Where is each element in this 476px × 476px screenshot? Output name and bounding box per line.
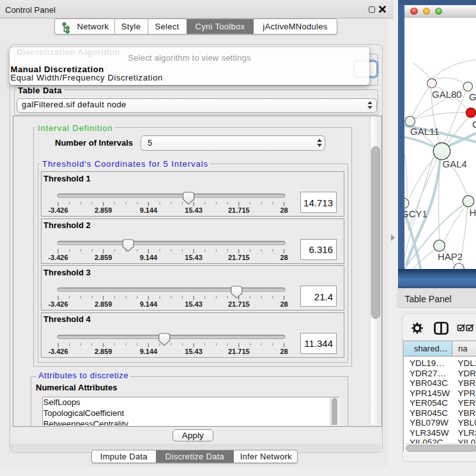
svg-text:H: H — [469, 206, 476, 217]
svg-text:15.43: 15.43 — [185, 253, 203, 261]
svg-text:9.144: 9.144 — [139, 300, 157, 308]
svg-text:GAL4: GAL4 — [442, 158, 466, 169]
svg-text:-3.426: -3.426 — [48, 206, 68, 214]
svg-text:GAL80: GAL80 — [432, 88, 462, 99]
svg-text:-3.426: -3.426 — [48, 253, 68, 261]
svg-text:2.859: 2.859 — [94, 253, 112, 261]
svg-text:15.43: 15.43 — [185, 206, 203, 214]
svg-text:9.144: 9.144 — [139, 253, 157, 261]
svg-text:-3.426: -3.426 — [48, 300, 68, 308]
svg-text:GCY1: GCY1 — [404, 208, 427, 219]
svg-text:2.859: 2.859 — [94, 347, 112, 355]
svg-text:2.859: 2.859 — [94, 206, 112, 214]
svg-text:C: C — [472, 118, 476, 129]
svg-text:21.715: 21.715 — [227, 206, 249, 214]
svg-text:-3.426: -3.426 — [48, 347, 68, 355]
svg-text:HAP2: HAP2 — [438, 250, 463, 261]
svg-text:15.43: 15.43 — [185, 300, 203, 308]
svg-text:21.715: 21.715 — [227, 253, 249, 261]
svg-text:GAL11: GAL11 — [410, 126, 440, 137]
svg-text:28: 28 — [280, 300, 288, 308]
svg-text:9.144: 9.144 — [139, 347, 157, 355]
svg-text:21.715: 21.715 — [227, 347, 249, 355]
svg-text:2.859: 2.859 — [94, 300, 112, 308]
svg-text:28: 28 — [280, 206, 288, 214]
svg-text:21.715: 21.715 — [227, 300, 249, 308]
svg-text:15.43: 15.43 — [185, 347, 203, 355]
svg-text:9.144: 9.144 — [139, 206, 157, 214]
svg-text:28: 28 — [280, 253, 288, 261]
svg-text:GA: GA — [469, 91, 476, 102]
svg-text:28: 28 — [280, 347, 288, 355]
